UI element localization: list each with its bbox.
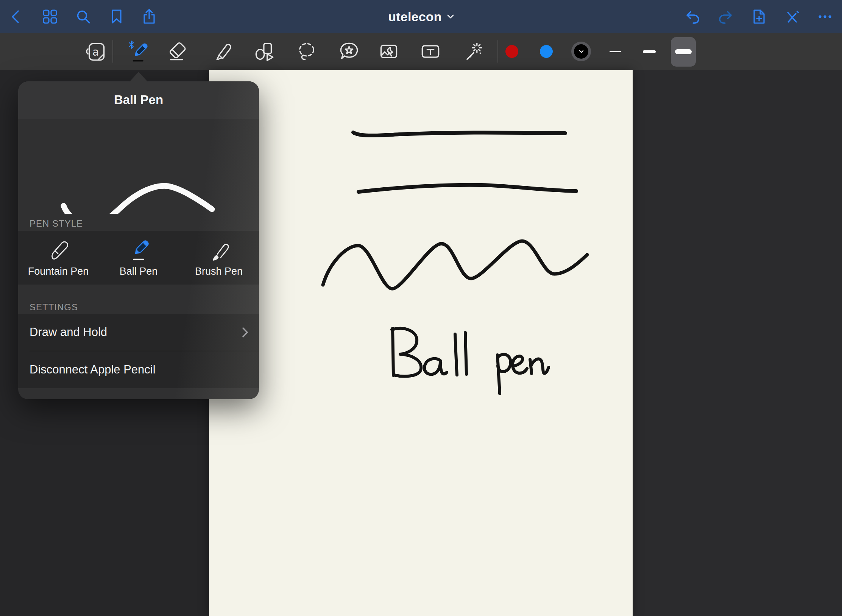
pen-option-fountain-pen[interactable]: Fountain Pen <box>18 231 98 285</box>
pen-style-section-label: PEN STYLE <box>30 218 83 229</box>
highlighter-tool-icon[interactable] <box>210 40 233 63</box>
top-navigation-bar: utelecon <box>0 0 842 33</box>
undo-icon[interactable] <box>684 8 701 25</box>
pen-option-brush-pen[interactable]: Brush Pen <box>179 231 259 285</box>
pen-settings-popover: Ball Pen PEN STYLE Fountain Pen <box>18 81 259 399</box>
image-tool-icon[interactable] <box>377 40 400 63</box>
preview-stroke <box>64 186 212 214</box>
workspace-background-right <box>633 70 842 616</box>
color-swatch-red[interactable] <box>505 45 518 58</box>
stroke-preview <box>18 119 259 214</box>
note-page-canvas[interactable] <box>209 70 633 616</box>
lasso-tool-icon[interactable] <box>295 40 318 63</box>
brush-pen-icon <box>207 238 231 264</box>
pen-option-label: Ball Pen <box>120 266 158 277</box>
pen-option-label: Brush Pen <box>195 266 243 277</box>
toolbar-divider <box>112 40 113 63</box>
text-tool-icon[interactable] <box>419 40 442 63</box>
settings-row-draw-and-hold[interactable]: Draw and Hold <box>18 314 259 351</box>
color-swatch-black <box>574 44 588 59</box>
more-icon[interactable] <box>817 8 833 25</box>
ball-pen-icon <box>126 238 151 264</box>
toolbar-divider <box>497 40 498 63</box>
settings-row-disconnect-apple-pencil[interactable]: Disconnect Apple Pencil <box>18 351 259 388</box>
handwriting-panel-icon[interactable]: a <box>84 40 107 63</box>
stroke-wave <box>323 241 587 289</box>
settings-rows: Draw and Hold Disconnect Apple Pencil <box>18 314 259 388</box>
color-swatch-black-selected[interactable] <box>571 42 591 61</box>
pen-option-label: Fountain Pen <box>28 266 89 277</box>
settings-row-label: Disconnect Apple Pencil <box>30 363 156 376</box>
settings-row-label: Draw and Hold <box>30 325 107 339</box>
thickness-thick-selected[interactable] <box>675 49 692 54</box>
add-page-icon[interactable] <box>751 8 767 25</box>
handwriting-ball-pen <box>392 328 549 394</box>
popover-title-bar: Ball Pen <box>18 81 259 118</box>
close-pen-icon[interactable] <box>784 8 800 25</box>
stroke-line-2 <box>359 185 576 192</box>
chevron-down-icon <box>447 13 454 20</box>
pen-tool-icon[interactable] <box>126 40 149 63</box>
thickness-medium[interactable] <box>643 50 656 53</box>
drawing-toolbar: a <box>0 33 842 70</box>
settings-section-label: SETTINGS <box>30 302 78 313</box>
ink-strokes <box>209 70 633 616</box>
fountain-pen-icon <box>46 238 70 264</box>
page-title: utelecon <box>388 9 441 24</box>
color-swatch-blue[interactable] <box>540 45 553 58</box>
chevron-down-icon <box>579 50 584 53</box>
stroke-line-1 <box>353 132 565 135</box>
laser-pointer-tool-icon[interactable] <box>462 40 485 63</box>
chevron-right-icon <box>242 327 248 339</box>
sticker-tool-icon[interactable] <box>338 40 360 63</box>
eraser-tool-icon[interactable] <box>167 40 189 63</box>
pen-option-ball-pen-selected[interactable]: Ball Pen <box>98 231 179 285</box>
document-title-button[interactable]: utelecon <box>0 0 842 33</box>
thickness-thin[interactable] <box>610 51 621 52</box>
pen-style-options: Fountain Pen Ball Pen <box>18 231 259 285</box>
popover-title: Ball Pen <box>114 93 163 107</box>
shapes-tool-icon[interactable] <box>253 40 276 63</box>
popover-arrow <box>129 72 148 82</box>
redo-icon[interactable] <box>717 8 734 25</box>
svg-text:a: a <box>92 46 99 58</box>
